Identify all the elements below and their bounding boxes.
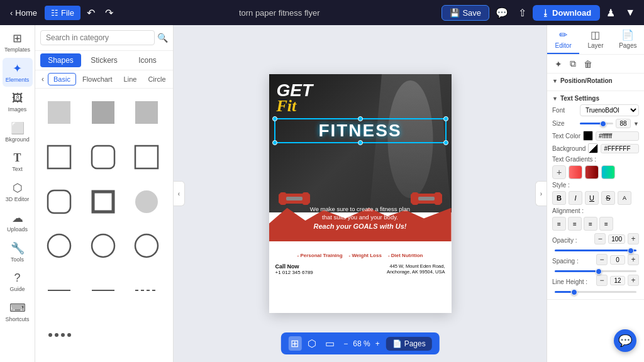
align-center-button[interactable]: ≡	[568, 217, 582, 231]
tab-shapes[interactable]: Shapes	[40, 53, 81, 67]
shape-thick-outline-square[interactable]	[84, 183, 122, 221]
opacity-minus-button[interactable]: −	[594, 233, 606, 244]
strikethrough-button[interactable]: S	[601, 191, 615, 205]
collapse-right-button[interactable]: ›	[535, 181, 547, 206]
tab-editor[interactable]: ✏ Editor	[547, 25, 579, 54]
sidebar-item-elements[interactable]: ✦ Elements	[3, 58, 33, 87]
opacity-plus-button[interactable]: +	[628, 233, 639, 244]
sidebar-item-text[interactable]: T Text	[3, 148, 33, 176]
subtab-line[interactable]: Line	[119, 74, 142, 85]
spacing-plus-button[interactable]: +	[628, 254, 639, 265]
caps-button[interactable]: A	[618, 191, 631, 205]
line-height-slider[interactable]	[555, 291, 636, 293]
shape-filled-square-2[interactable]	[84, 94, 122, 131]
shape-outline-square-1[interactable]	[40, 138, 78, 176]
italic-button[interactable]: I	[569, 191, 582, 205]
shape-dots[interactable]	[40, 316, 78, 354]
sidebar-item-shortcuts[interactable]: ⌨ Shortcuts	[3, 297, 33, 326]
shape-filled-square-1[interactable]	[40, 94, 78, 131]
zoom-out-button[interactable]: −	[341, 338, 350, 349]
opacity-slider[interactable]	[555, 250, 636, 251]
magic-wand-button[interactable]: ✦	[552, 57, 565, 70]
copy-button[interactable]: ⧉	[567, 57, 579, 70]
align-left-button[interactable]: ≡	[552, 217, 566, 231]
zoom-in-button[interactable]: +	[373, 338, 382, 349]
line-height-plus-button[interactable]: +	[628, 275, 639, 286]
line-height-slider-thumb	[571, 289, 577, 295]
underline-button[interactable]: U	[585, 191, 599, 205]
subtab-flowchart[interactable]: Flowchart	[77, 74, 118, 85]
shape-rounded-square[interactable]	[40, 183, 78, 221]
line-height-row: Line Height : − 12 +	[552, 275, 639, 288]
comments-button[interactable]: 💬	[492, 4, 512, 21]
shape-filled-square-3[interactable]	[128, 94, 165, 131]
text-settings-title[interactable]: ▼ Text Settings	[552, 95, 639, 102]
tab-stickers[interactable]: Stickers	[84, 53, 125, 67]
canvas-area: ‹ › GET Fit FITNESS	[174, 25, 547, 362]
flyer-fitness-wrap[interactable]: FITNESS	[274, 118, 447, 143]
align-right-button[interactable]: ≡	[584, 217, 597, 231]
sidebar-item-tools[interactable]: 🔧 Tools	[3, 238, 33, 266]
more-button[interactable]: ▼	[621, 4, 639, 21]
sidebar-item-background[interactable]: ⬜ Bkground	[3, 118, 33, 146]
text-icon: T	[13, 151, 21, 165]
bg-gradient-box[interactable]	[588, 143, 598, 153]
sidebar-item-templates[interactable]: ⊞ Templates	[3, 28, 33, 57]
share-button[interactable]: ⇧	[514, 4, 530, 21]
tab-pages[interactable]: 📄 Pages	[612, 25, 644, 54]
search-input[interactable]	[40, 30, 155, 45]
text-color-hex[interactable]: #ffffff	[596, 131, 639, 141]
redo-button[interactable]: ↷	[101, 4, 117, 21]
lasso-button[interactable]: ⬡	[305, 336, 319, 351]
gradient-teal-green[interactable]	[601, 165, 615, 179]
shape-outline-circle-3[interactable]	[128, 227, 165, 265]
download-button[interactable]: ⭳ Download	[533, 5, 600, 21]
sidebar-item-guide[interactable]: ? Guide	[3, 268, 33, 296]
svg-rect-3	[48, 146, 70, 168]
shape-rounded-outline-square[interactable]	[84, 138, 122, 176]
gradient-add-button[interactable]: +	[552, 165, 566, 179]
gradient-red[interactable]	[569, 165, 582, 179]
pages-button[interactable]: 📄 Pages	[386, 337, 432, 351]
spacing-slider[interactable]	[555, 270, 636, 272]
flyer-canvas[interactable]: GET Fit FITNESS	[269, 74, 452, 313]
screen-button[interactable]: ▭	[323, 336, 337, 351]
sidebar-item-uploads[interactable]: ☁ Uploads	[3, 207, 33, 236]
subtab-circle[interactable]: Circle	[143, 74, 170, 85]
subtab-basic[interactable]: Basic	[48, 73, 76, 85]
delete-button[interactable]: 🗑	[581, 57, 595, 70]
subtab-prev-button[interactable]: ‹	[39, 74, 47, 85]
shape-filled-circle[interactable]	[128, 183, 165, 221]
position-rotation-title[interactable]: ▼ Position/Rotation	[552, 77, 639, 84]
tab-icons[interactable]: Icons	[127, 53, 168, 67]
save-button[interactable]: 💾 Save	[441, 5, 489, 21]
shape-line-2[interactable]	[84, 272, 122, 309]
bg-hex[interactable]: #FFFFFF	[601, 144, 639, 153]
shape-outline-circle-2[interactable]	[84, 227, 122, 265]
shape-dashed-line[interactable]	[128, 272, 165, 309]
text-color-black-box[interactable]	[583, 131, 593, 141]
service-3: - Diet Nutrition	[388, 253, 423, 258]
sidebar-item-images[interactable]: 🖼 Images	[3, 88, 33, 116]
size-slider[interactable]	[580, 123, 613, 124]
spacing-minus-button[interactable]: −	[596, 254, 608, 265]
bold-button[interactable]: B	[552, 191, 566, 205]
shape-outline-circle-1[interactable]	[40, 227, 78, 265]
font-select[interactable]: TruenoBdOl	[580, 104, 639, 116]
gradient-darkred[interactable]	[585, 165, 599, 179]
home-button[interactable]: ‹ Home	[5, 6, 42, 20]
align-justify-button[interactable]: ≡	[599, 217, 613, 231]
tab-layer[interactable]: ◫ Layer	[579, 25, 611, 54]
sidebar-item-3deditor[interactable]: ⬡ 3D Editor	[3, 177, 33, 206]
shape-line-1[interactable]	[40, 272, 78, 309]
file-button[interactable]: ☷ File	[45, 6, 80, 20]
collapse-left-button[interactable]: ‹	[174, 181, 185, 206]
line-height-minus-button[interactable]: −	[596, 275, 608, 286]
grid-view-button[interactable]: ⊞	[288, 336, 301, 351]
chat-bubble-button[interactable]: 💬	[614, 329, 636, 352]
search-button[interactable]: 🔍	[157, 33, 168, 43]
undo-button[interactable]: ↶	[83, 4, 99, 21]
shape-outline-square-3[interactable]	[128, 138, 165, 176]
text-color-row: Text Color #ffffff	[552, 131, 639, 141]
profile-button[interactable]: ♟	[602, 4, 619, 21]
